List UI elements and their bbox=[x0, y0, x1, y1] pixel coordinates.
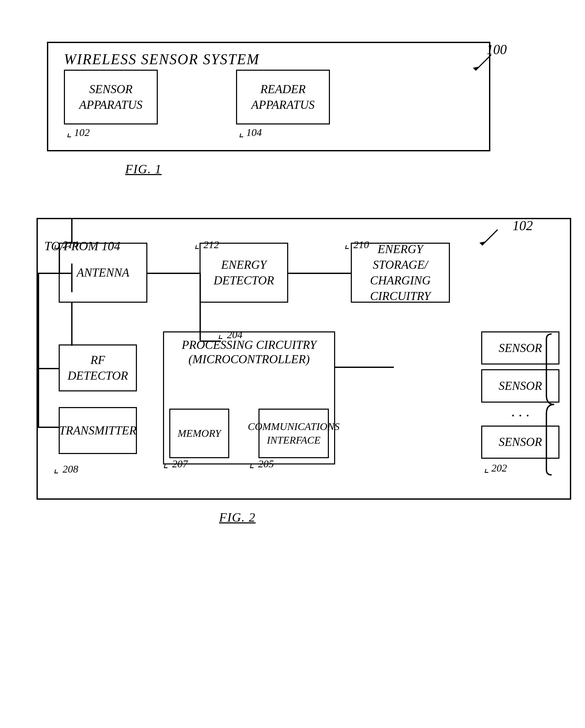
rf-detector-text: RF DETECTOR bbox=[60, 352, 136, 384]
label-202: 202 bbox=[491, 462, 507, 474]
reader-apparatus-text: READER APPARATUS bbox=[237, 81, 329, 113]
fig2-outer-box: ANTENNA ⌞ 214 ENERGY DETECTOR ⌞ 212 ENER… bbox=[36, 218, 571, 500]
transmitter-box: TRANSMITTER bbox=[59, 407, 137, 454]
page: 100 WIRELESS SENSOR SYSTEM SENSOR APPARA… bbox=[0, 0, 585, 728]
fig1-inner-boxes: SENSOR APPARATUS ⌞ 102 READER APPARATUS … bbox=[64, 70, 330, 139]
hline-ant-ed bbox=[148, 273, 200, 274]
sensor-1-text: SENSOR bbox=[499, 340, 542, 356]
label-214-ref: ⌞ 214 bbox=[53, 237, 78, 251]
energy-detector-text: ENERGY DETECTOR bbox=[201, 257, 287, 288]
figure-2-container: 102 TO/FROM 104 ANTENNA ⌞ 214 EN bbox=[36, 218, 559, 524]
label-207-ref: ⌞ 207 bbox=[163, 457, 188, 470]
hline-to-rf bbox=[38, 368, 59, 369]
hline-ant-left-top bbox=[59, 273, 73, 274]
fig1-title: WIRELESS SENSOR SYSTEM bbox=[64, 51, 260, 68]
hline-left-rf bbox=[38, 273, 59, 274]
transmitter-text: TRANSMITTER bbox=[59, 423, 136, 438]
label-208-ref: ⌞ 208 bbox=[53, 462, 78, 475]
comm-interface-box: COMMUNICATIONS INTERFACE bbox=[259, 409, 329, 458]
label-204-ref: ⌞ 204 bbox=[218, 328, 243, 341]
hline-to-tx bbox=[38, 426, 59, 428]
processing-title: PROCESSING CIRCUITRY (MICROCONTROLLER) bbox=[169, 338, 329, 366]
rf-detector-box: RF DETECTOR bbox=[59, 344, 137, 391]
sensor-apparatus-box: SENSOR APPARATUS bbox=[64, 70, 158, 125]
hline-proc-sensor bbox=[335, 367, 394, 368]
sensor-2-text: SENSOR bbox=[499, 378, 542, 394]
label-102: 102 bbox=[74, 126, 90, 138]
memory-box: MEMORY bbox=[169, 409, 229, 458]
reader-apparatus-box: READER APPARATUS bbox=[236, 70, 330, 125]
sensors-block: SENSOR SENSOR · · · SENSOR ⌞ 202 bbox=[460, 331, 559, 475]
fig2-label: FIG. 2 bbox=[219, 510, 559, 524]
left-bracket-vline bbox=[38, 273, 39, 426]
fig1-label: FIG. 1 bbox=[125, 162, 559, 176]
label-210-ref: ⌞ 210 bbox=[344, 237, 369, 251]
energy-detector-box: ENERGY DETECTOR bbox=[200, 243, 288, 303]
antenna-text: ANTENNA bbox=[77, 265, 129, 281]
vline-ant-left bbox=[71, 303, 73, 346]
hline-ed-es bbox=[288, 273, 351, 274]
memory-text: MEMORY bbox=[178, 426, 221, 440]
comm-interface-text: COMMUNICATIONS INTERFACE bbox=[248, 420, 340, 447]
label-212-ref: ⌞ 212 bbox=[194, 237, 219, 251]
figure-1-container: 100 WIRELESS SENSOR SYSTEM SENSOR APPARA… bbox=[47, 42, 559, 176]
vline-down-rf bbox=[200, 273, 201, 340]
fig1-outer-box: WIRELESS SENSOR SYSTEM SENSOR APPARATUS … bbox=[47, 42, 490, 151]
sensor-apparatus-text: SENSOR APPARATUS bbox=[65, 81, 157, 113]
label-104: 104 bbox=[246, 126, 262, 138]
energy-storage-text: ENERGY STORAGE/ CHARGING CIRCUITRY bbox=[356, 241, 445, 304]
vline-left-outer bbox=[59, 243, 60, 274]
sensor-3-text: SENSOR bbox=[499, 434, 542, 450]
processing-box: PROCESSING CIRCUITRY (MICROCONTROLLER) M… bbox=[163, 331, 335, 465]
sensor-brace bbox=[544, 331, 559, 477]
label-205-ref: ⌞ 205 bbox=[249, 457, 274, 470]
energy-storage-box: ENERGY STORAGE/ CHARGING CIRCUITRY bbox=[351, 243, 450, 303]
